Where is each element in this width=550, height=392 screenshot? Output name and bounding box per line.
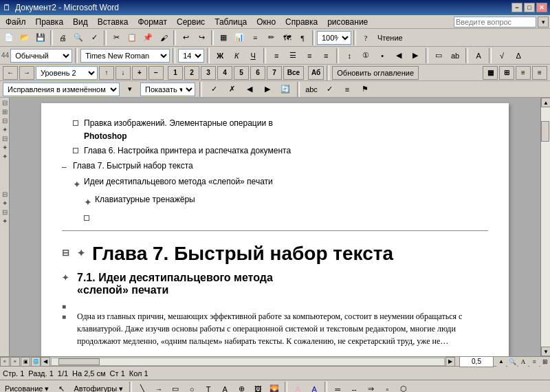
- ruler-icon9[interactable]: ✦: [2, 199, 8, 207]
- collapse-btn[interactable]: −: [148, 66, 164, 80]
- new-btn[interactable]: 📄: [1, 30, 16, 45]
- arrow-style-btn[interactable]: ⇒: [363, 382, 378, 393]
- menu-drawing[interactable]: рисование: [323, 16, 372, 28]
- arrow-btn[interactable]: →: [151, 382, 166, 393]
- hscroll-right-btn[interactable]: ▶: [446, 357, 455, 367]
- preview-btn[interactable]: 🔍: [71, 30, 86, 45]
- font-color-btn2[interactable]: A: [307, 382, 322, 393]
- save-btn[interactable]: 💾: [33, 30, 48, 45]
- underline-btn[interactable]: Ч: [245, 48, 261, 63]
- extra-btn1[interactable]: ≡: [529, 357, 539, 367]
- insert-table-btn[interactable]: ▦: [216, 30, 231, 45]
- autoshapes-btn[interactable]: Автофигуры ▾: [70, 382, 126, 393]
- drawing-menu-btn[interactable]: Рисование ▾: [1, 382, 52, 393]
- abc3-btn[interactable]: ≡: [340, 82, 355, 97]
- menu-view[interactable]: Вид: [69, 16, 92, 28]
- next-track-btn[interactable]: ▶: [260, 82, 275, 97]
- format-painter-btn[interactable]: 🖌: [156, 30, 171, 45]
- print-view-btn[interactable]: ▣: [21, 357, 30, 367]
- minimize-button[interactable]: −: [512, 3, 522, 12]
- ruler-icon1[interactable]: ⊟: [2, 99, 8, 107]
- maximize-button[interactable]: □: [524, 3, 535, 12]
- vscroll-down-btn[interactable]: ▼: [541, 347, 550, 356]
- outline-level-select[interactable]: Уровень 2: [36, 66, 98, 80]
- show-1-btn[interactable]: 1: [168, 66, 183, 80]
- paste-btn[interactable]: 📌: [140, 30, 155, 45]
- zoom-value-input[interactable]: [459, 356, 494, 367]
- indent-dec-btn[interactable]: ◀: [391, 48, 406, 63]
- menu-file[interactable]: Файл: [1, 16, 30, 28]
- font-select[interactable]: Times New Roman: [80, 49, 170, 63]
- ruler-icon8[interactable]: ⊟: [2, 190, 8, 198]
- align-left-btn[interactable]: ≡: [269, 48, 284, 63]
- open-btn[interactable]: 📂: [17, 30, 32, 45]
- textbox-btn[interactable]: T: [201, 382, 216, 393]
- highlight-btn[interactable]: ab: [448, 48, 463, 63]
- vscroll-thumb[interactable]: [541, 121, 549, 142]
- vscroll-track[interactable]: [541, 107, 550, 347]
- menu-tools[interactable]: Сервис: [173, 16, 209, 28]
- abc2-btn[interactable]: ✓: [322, 82, 337, 97]
- show-3-btn[interactable]: 3: [201, 66, 216, 80]
- hscroll-track[interactable]: [51, 358, 445, 366]
- menu-insert[interactable]: Вставка: [94, 16, 133, 28]
- toc-extra1[interactable]: ▦: [483, 66, 498, 80]
- normal-view-btn[interactable]: ≡: [0, 357, 10, 367]
- doc-area[interactable]: Правка изображений. Элементарные операци…: [10, 98, 540, 356]
- show-all-btn[interactable]: Все: [283, 66, 304, 80]
- fill-color-btn2[interactable]: A: [518, 357, 528, 367]
- print-btn[interactable]: 🖨: [55, 30, 70, 45]
- diagram-btn[interactable]: ⊕: [234, 382, 249, 393]
- ruler-icon3[interactable]: ⊟: [2, 117, 8, 124]
- show-4-btn[interactable]: 4: [217, 66, 232, 80]
- reject-btn[interactable]: ✗: [224, 82, 239, 97]
- show-select[interactable]: Показать ▾: [140, 83, 195, 96]
- toc-extra2[interactable]: ⊞: [499, 66, 514, 80]
- ruler-icon10[interactable]: ⊟: [2, 208, 8, 216]
- ruler-icon7[interactable]: ✦: [2, 153, 8, 160]
- italic-btn[interactable]: К: [229, 48, 244, 63]
- justify-btn[interactable]: ≡: [318, 48, 333, 63]
- line-btn[interactable]: ╲: [135, 382, 150, 393]
- insert-excel-btn[interactable]: 📊: [232, 30, 247, 45]
- show-2-btn[interactable]: 2: [184, 66, 199, 80]
- zoom-select[interactable]: 100%: [317, 31, 351, 45]
- clipart-btn[interactable]: 🖼: [250, 382, 265, 393]
- zoom-up-btn[interactable]: ▲: [496, 357, 506, 367]
- update-toc-button[interactable]: Обновить оглавление: [332, 66, 419, 80]
- track-dropdown[interactable]: ▾: [122, 82, 138, 97]
- abc-btn[interactable]: abc: [304, 82, 319, 97]
- font-color-btn[interactable]: A: [471, 48, 486, 63]
- oval-btn[interactable]: ○: [184, 382, 199, 393]
- track-mode-select[interactable]: Исправления в изменённом документе: [3, 83, 120, 96]
- zoom-tool-btn[interactable]: 🔍: [507, 357, 517, 367]
- image-btn[interactable]: 🌄: [267, 382, 282, 393]
- track-review-btn[interactable]: 🔄: [278, 82, 293, 97]
- copy-btn[interactable]: 📋: [124, 30, 140, 45]
- ruler-icon5[interactable]: ⊟: [2, 135, 8, 142]
- formula2-btn[interactable]: Δ: [511, 48, 526, 63]
- search-input[interactable]: [454, 17, 536, 28]
- move-up-btn[interactable]: ↑: [99, 66, 114, 80]
- map-btn[interactable]: 🗺: [279, 30, 294, 45]
- show-5-btn[interactable]: 5: [234, 66, 249, 80]
- shadow-btn[interactable]: ▫: [380, 382, 395, 393]
- font-size-select[interactable]: 14: [178, 49, 204, 63]
- menu-help[interactable]: Справка: [281, 16, 322, 28]
- cols-btn[interactable]: ≡: [248, 30, 263, 45]
- toc-extra4[interactable]: ≡: [532, 66, 547, 80]
- menu-format[interactable]: Формат: [133, 16, 171, 28]
- show-hide-btn[interactable]: ¶: [295, 30, 310, 45]
- style-select[interactable]: Обычный: [10, 49, 72, 63]
- expand-btn[interactable]: +: [132, 66, 147, 80]
- vscroll-up-btn[interactable]: ▲: [541, 98, 550, 107]
- accept-btn[interactable]: ✓: [206, 82, 221, 97]
- help-btn[interactable]: ?: [358, 30, 373, 45]
- cut-btn[interactable]: ✂: [109, 30, 124, 45]
- align-center-btn[interactable]: ☰: [285, 48, 300, 63]
- formula-btn[interactable]: √: [494, 48, 509, 63]
- outline-view-btn[interactable]: ≡: [10, 357, 20, 367]
- undo-btn[interactable]: ↩: [178, 30, 193, 45]
- hscroll-left-btn[interactable]: ◀: [41, 357, 50, 367]
- bullets-btn[interactable]: •: [375, 48, 390, 63]
